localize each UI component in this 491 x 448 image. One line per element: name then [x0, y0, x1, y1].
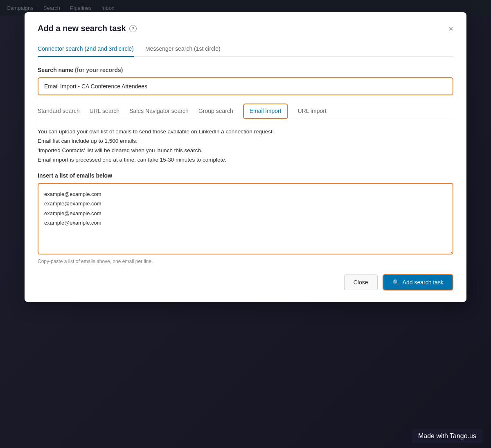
tab-sales-navigator-search[interactable]: Sales Navigator search [129, 104, 189, 119]
add-search-task-label: Add search task [403, 279, 444, 286]
description-line-1: You can upload your own list of emails t… [38, 127, 453, 137]
help-icon[interactable]: ? [129, 25, 137, 32]
modal-footer: Close 🔍 Add search task [38, 274, 453, 290]
search-name-input[interactable] [38, 77, 453, 95]
description-line-4: Email import is processed one at a time,… [38, 155, 453, 165]
description-line-3: 'Imported Contacts' list will be cleared… [38, 146, 453, 155]
tab-group-search[interactable]: Group search [198, 104, 233, 119]
helper-text: Copy-paste a list of emails above, one e… [38, 259, 453, 264]
modal-close-button[interactable]: × [448, 25, 453, 33]
description-line-2: Email list can include up to 1,500 email… [38, 137, 453, 146]
add-search-task-button[interactable]: 🔍 Add search task [383, 274, 453, 290]
tab-email-import[interactable]: Email import [243, 104, 288, 119]
modal-title: Add a new search task ? [38, 24, 137, 33]
watermark: Made with Tango.us [412, 429, 483, 443]
tab-url-import[interactable]: URL import [298, 104, 327, 119]
search-name-label: Search name (for your records) [38, 67, 453, 73]
close-button[interactable]: Close [344, 275, 378, 290]
modal-dialog: Add a new search task ? × Connector sear… [25, 12, 466, 302]
main-tabs: Connector search (2nd and 3rd circle) Me… [38, 41, 453, 57]
tab-connector-search[interactable]: Connector search (2nd and 3rd circle) [38, 41, 134, 57]
sub-tabs: Standard search URL search Sales Navigat… [38, 104, 453, 119]
tab-url-search[interactable]: URL search [90, 104, 119, 119]
description-block: You can upload your own list of emails t… [38, 127, 453, 165]
tab-standard-search[interactable]: Standard search [38, 104, 80, 119]
email-list-textarea[interactable] [38, 183, 453, 254]
email-list-label: Insert a list of emails below [38, 172, 453, 179]
modal-header: Add a new search task ? × [38, 24, 453, 33]
tab-messenger-search[interactable]: Messenger search (1st circle) [145, 41, 221, 57]
modal-backdrop: Add a new search task ? × Connector sear… [0, 0, 491, 448]
search-icon: 🔍 [392, 279, 399, 286]
